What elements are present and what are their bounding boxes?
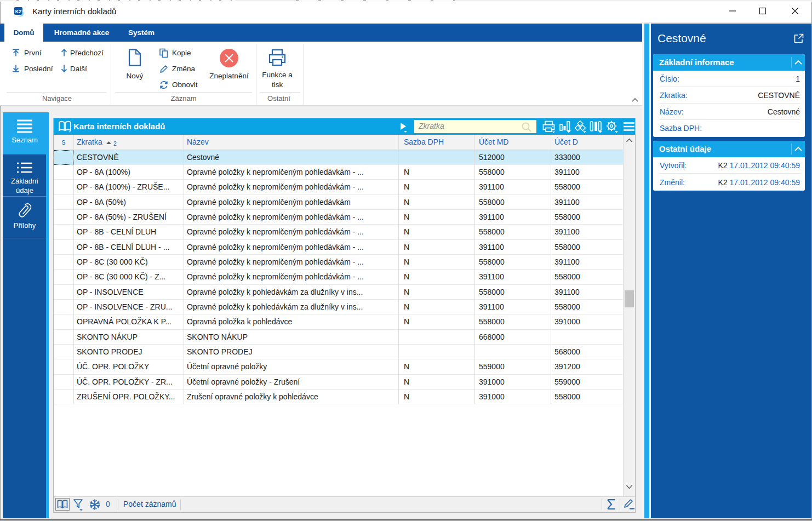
svg-text:K2: K2 <box>15 9 21 14</box>
